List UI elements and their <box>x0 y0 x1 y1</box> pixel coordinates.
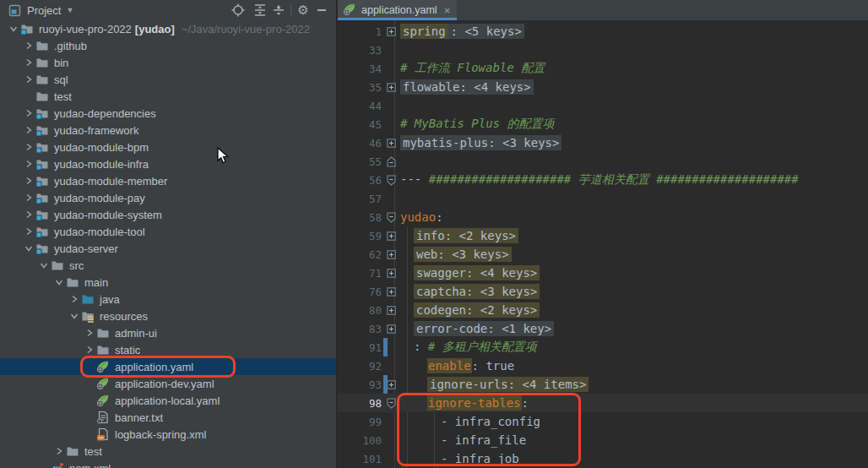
tree-item-yudao-dependencies[interactable]: yudao-dependencies <box>0 105 336 122</box>
tree-item-yudao-server[interactable]: yudao-server <box>0 240 336 257</box>
tree-item-admin-ui[interactable]: admin-ui <box>0 324 336 341</box>
code-editor[interactable]: 1spring: <5 keys>3334# 工作流 Flowable 配置35… <box>338 20 868 468</box>
tree-item-logback-spring-xml[interactable]: <>logback-spring.xml <box>0 426 336 443</box>
code-line-55[interactable]: 55 <box>338 152 868 171</box>
tree-item-yudao-module-member[interactable]: yudao-module-member <box>0 172 336 189</box>
chevron-right-icon[interactable] <box>22 225 35 238</box>
chevron-right-icon[interactable] <box>83 326 96 340</box>
code-line-58[interactable]: 58yudao: <box>338 208 868 226</box>
chevron-right-icon[interactable] <box>22 73 35 86</box>
tree-item-resources[interactable]: resources <box>0 307 336 324</box>
code-text[interactable]: ignore-tables: <box>427 396 529 410</box>
code-text[interactable]: spring: <5 keys> <box>400 24 524 38</box>
code-text[interactable]: # 工作流 Flowable 配置 <box>400 61 545 76</box>
code-line-83[interactable]: 83error-code: <1 key> <box>338 319 868 338</box>
code-line-35[interactable]: 35flowable: <4 keys> <box>338 78 868 96</box>
tree-item-bin[interactable]: bin <box>0 54 336 71</box>
tree-item-yudao-module-pay[interactable]: yudao-module-pay <box>0 189 336 206</box>
tree-item-java[interactable]: java <box>0 291 336 307</box>
tree-item-application-local-yaml[interactable]: application-local.yaml <box>0 392 336 409</box>
tree-item-yudao-module-infra[interactable]: yudao-module-infra <box>0 155 336 172</box>
code-line-59[interactable]: 59info: <2 keys> <box>338 226 868 245</box>
chevron-down-icon[interactable]: ▼ <box>66 6 73 14</box>
fold-end-icon[interactable] <box>382 156 400 167</box>
fold-plus-icon[interactable] <box>382 83 400 92</box>
tree-item-src[interactable]: src <box>0 257 336 274</box>
code-line-100[interactable]: 100- infra_file <box>338 431 868 449</box>
tree-item-yudao-module-system[interactable]: yudao-module-system <box>0 206 336 223</box>
chevron-right-icon[interactable] <box>22 174 35 188</box>
tree-item-ruoyi-vue-pro-2022[interactable]: ruoyi-vue-pro-2022[yudao]~/Java/ruoyi-vu… <box>0 20 336 37</box>
close-icon[interactable]: × <box>444 4 451 17</box>
code-line-91[interactable]: 91: # 多租户相关配置项 <box>338 338 868 356</box>
chevron-down-icon[interactable] <box>68 309 81 323</box>
chevron-right-icon[interactable] <box>22 106 35 120</box>
code-line-1[interactable]: 1spring: <5 keys> <box>338 22 868 41</box>
chevron-right-icon[interactable] <box>83 343 96 356</box>
code-line-92[interactable]: 92enable: true <box>338 356 868 375</box>
code-text[interactable]: - infra_job <box>441 452 519 465</box>
fold-start-icon[interactable] <box>382 175 400 186</box>
fold-plus-icon[interactable] <box>382 139 400 148</box>
tree-item-test[interactable]: test <box>0 443 336 460</box>
tree-item-test[interactable]: test <box>0 88 336 105</box>
tree-item-application-yaml[interactable]: application.yaml <box>0 358 336 375</box>
code-text[interactable]: swagger: <4 keys> <box>414 266 540 280</box>
fold-start-icon[interactable] <box>382 212 400 223</box>
chevron-right-icon[interactable] <box>22 191 35 204</box>
code-text[interactable]: mybatis-plus: <3 keys> <box>400 136 561 150</box>
code-text[interactable]: ignore-urls: <4 items> <box>427 378 589 391</box>
code-line-62[interactable]: 62web: <3 keys> <box>338 245 868 264</box>
chevron-down-icon[interactable] <box>7 22 20 35</box>
code-line-44[interactable]: 44 <box>338 96 868 115</box>
chevron-down-icon[interactable] <box>37 258 51 272</box>
code-line-45[interactable]: 45# MyBatis Plus 的配置项 <box>338 115 868 133</box>
fold-plus-icon[interactable] <box>382 269 400 278</box>
code-line-46[interactable]: 46mybatis-plus: <3 keys> <box>338 133 868 152</box>
code-text[interactable]: - infra_config <box>441 415 540 428</box>
code-text[interactable]: --- #################### 芋道相关配置 ########… <box>400 172 799 188</box>
tab-application-yaml[interactable]: application.yaml × <box>338 0 457 20</box>
fold-plus-icon[interactable] <box>382 324 400 334</box>
code-line-101[interactable]: 101- infra_job <box>338 449 868 468</box>
fold-plus-icon[interactable] <box>382 231 400 241</box>
fold-plus-icon[interactable] <box>382 287 400 297</box>
gear-icon[interactable]: ⚙ <box>294 1 312 19</box>
code-text[interactable]: : # 多租户相关配置项 <box>414 340 537 355</box>
code-text[interactable]: enable: true <box>427 359 514 373</box>
hide-panel-icon[interactable] <box>312 1 331 19</box>
chevron-right-icon[interactable] <box>52 444 66 458</box>
tree-item-pom-xml[interactable]: mpom.xml <box>0 460 336 468</box>
fold-plus-icon[interactable] <box>382 27 400 36</box>
code-line-34[interactable]: 34# 工作流 Flowable 配置 <box>338 59 868 78</box>
locate-icon[interactable] <box>229 1 247 19</box>
collapse-all-icon[interactable] <box>269 1 288 19</box>
chevron-right-icon[interactable] <box>22 39 35 52</box>
code-text[interactable]: captcha: <3 keys> <box>414 285 540 298</box>
code-text[interactable]: codegen: <2 keys> <box>414 303 540 317</box>
chevron-right-icon[interactable] <box>22 157 35 171</box>
chevron-down-icon[interactable] <box>52 275 66 289</box>
tree-item--github[interactable]: .github <box>0 37 336 54</box>
tree-item-static[interactable]: static <box>0 341 336 358</box>
fold-plus-icon[interactable] <box>382 250 400 259</box>
code-text[interactable]: flowable: <4 keys> <box>400 80 534 94</box>
chevron-right-icon[interactable] <box>68 292 81 306</box>
chevron-down-icon[interactable] <box>22 242 35 255</box>
code-text[interactable]: # MyBatis Plus 的配置项 <box>400 117 554 132</box>
code-text[interactable]: error-code: <1 key> <box>414 322 554 335</box>
code-line-99[interactable]: 99- infra_config <box>338 412 868 431</box>
code-line-57[interactable]: 57 <box>338 189 868 208</box>
tree-item-sql[interactable]: sql <box>0 71 336 88</box>
code-line-71[interactable]: 71swagger: <4 keys> <box>338 264 868 282</box>
tree-item-yudao-framework[interactable]: yudao-framework <box>0 122 336 139</box>
code-line-80[interactable]: 80codegen: <2 keys> <box>338 301 868 319</box>
code-text[interactable]: - infra_file <box>441 433 526 447</box>
chevron-right-icon[interactable] <box>22 56 35 69</box>
project-panel-title[interactable]: Project <box>27 4 61 17</box>
code-line-33[interactable]: 33 <box>338 41 868 59</box>
fold-start-icon[interactable] <box>382 398 400 409</box>
code-text[interactable]: yudao: <box>400 210 443 224</box>
tree-item-banner-txt[interactable]: banner.txt <box>0 409 336 426</box>
chevron-right-icon[interactable] <box>22 123 35 137</box>
